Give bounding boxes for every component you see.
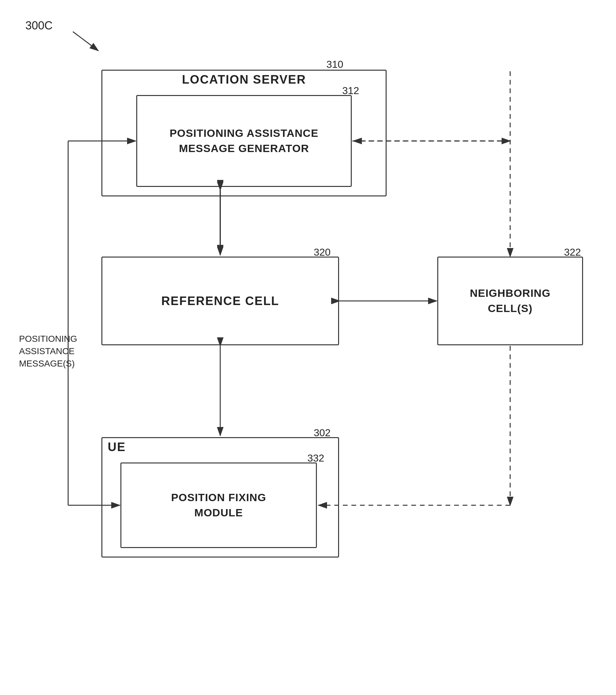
ref-320: 320: [314, 247, 331, 258]
svg-line-3: [73, 32, 98, 51]
ref-322: 322: [564, 247, 581, 258]
pfm-label: POSITION FIXINGMODULE: [171, 490, 266, 520]
pfm-box: POSITION FIXINGMODULE: [120, 462, 317, 548]
reference-cell-box: REFERENCE CELL: [101, 257, 339, 345]
neighboring-cell-box: NEIGHBORINGCELL(S): [437, 257, 583, 345]
diagram-label: 300C: [26, 19, 53, 32]
ue-label: UE: [108, 440, 126, 454]
ref-332: 332: [307, 452, 324, 464]
neighboring-cell-label: NEIGHBORINGCELL(S): [470, 286, 551, 316]
ref-312: 312: [342, 85, 359, 97]
reference-cell-label: REFERENCE CELL: [161, 294, 279, 308]
diagram-container: 300C LOCATION SERVER 310 POSITIONING ASS…: [0, 0, 616, 695]
pam-side-label: POSITIONINGASSISTANCEMESSAGE(S): [19, 333, 77, 370]
ref-302: 302: [314, 427, 331, 439]
ref-310: 310: [327, 58, 343, 70]
pamg-label: POSITIONING ASSISTANCEMESSAGE GENERATOR: [169, 126, 318, 156]
location-server-label: LOCATION SERVER: [101, 73, 387, 86]
pamg-box: POSITIONING ASSISTANCEMESSAGE GENERATOR: [136, 95, 352, 187]
